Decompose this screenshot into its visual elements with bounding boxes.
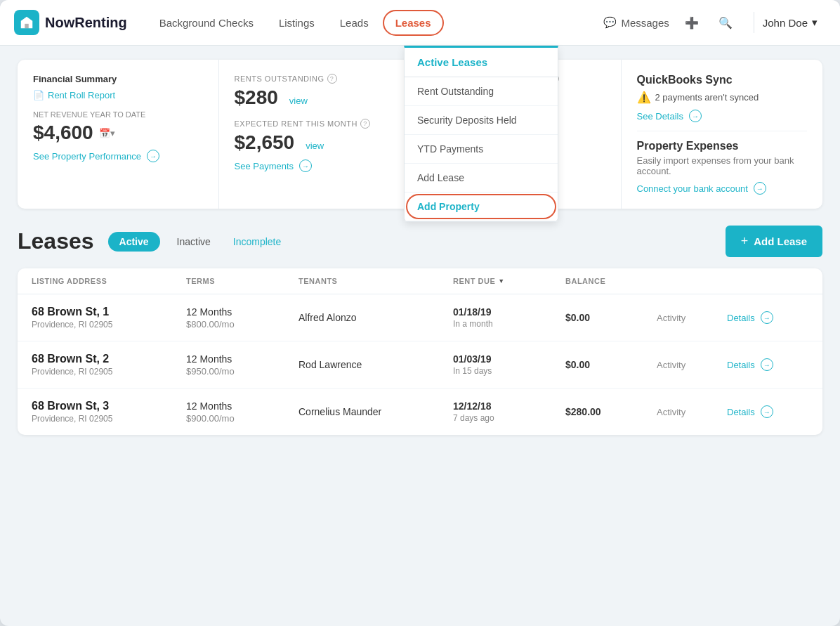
dropdown-security-deposits[interactable]: Security Deposits Held xyxy=(405,106,558,135)
property-expenses-desc: Easily import expenses from your bank ac… xyxy=(637,155,808,176)
dropdown-add-lease[interactable]: Add Lease xyxy=(405,164,558,193)
cell-balance-1: $0.00 xyxy=(565,312,657,323)
add-lease-button[interactable]: + Add Lease xyxy=(726,226,822,257)
header-right: 💬 Messages ➕ 🔍 John Doe ▾ xyxy=(603,11,826,34)
dropdown-active-leases[interactable]: Active Leases xyxy=(405,48,558,77)
terms-main-1: 12 Months xyxy=(186,306,298,318)
table-row: 68 Brown St, 3 Providence, RI 02905 12 M… xyxy=(18,389,822,435)
rent-due-main-3: 12/12/18 xyxy=(453,400,565,412)
svg-rect-0 xyxy=(25,24,29,28)
user-name: John Doe xyxy=(763,17,808,29)
address-main-2: 68 Brown St, 2 xyxy=(32,353,186,365)
activity-button-2[interactable]: Activity xyxy=(657,360,727,370)
see-payments-link[interactable]: See Payments → xyxy=(235,159,405,172)
address-main-3: 68 Brown St, 3 xyxy=(32,400,186,412)
cell-rent-due-3: 12/12/18 7 days ago xyxy=(453,400,565,423)
details-arrow-icon: → xyxy=(689,110,702,122)
search-icon-button[interactable]: 🔍 xyxy=(714,11,737,34)
add-icon-button[interactable]: ➕ xyxy=(681,11,703,34)
cell-rent-due-2: 01/03/19 In 15 days xyxy=(453,353,565,376)
address-sub-2: Providence, RI 02905 xyxy=(32,367,186,377)
net-revenue-value: $4,600 xyxy=(33,122,93,144)
rent-due-main-2: 01/03/19 xyxy=(453,353,565,365)
cell-terms-3: 12 Months $900.00/mo xyxy=(186,400,298,424)
cell-rent-due-1: 01/18/19 In a month xyxy=(453,306,565,329)
nav-background-checks[interactable]: Background Checks xyxy=(148,11,265,34)
cell-terms-1: 12 Months $800.00/mo xyxy=(186,306,298,330)
activity-button-3[interactable]: Activity xyxy=(657,407,727,417)
nav-listings[interactable]: Listings xyxy=(268,11,326,34)
details-button-1[interactable]: Details → xyxy=(727,311,811,324)
help-icon[interactable]: ? xyxy=(327,74,337,84)
logo[interactable]: NowRenting xyxy=(14,10,127,35)
cell-balance-2: $0.00 xyxy=(565,359,657,370)
sort-arrow-icon: ▼ xyxy=(498,278,504,285)
cell-terms-2: 12 Months $950.00/mo xyxy=(186,353,298,377)
rent-roll-report-link[interactable]: 📄 Rent Roll Report xyxy=(33,90,203,100)
table-row: 68 Brown St, 1 Providence, RI 02905 12 M… xyxy=(18,294,822,341)
app-window: NowRenting Background Checks Listings Le… xyxy=(0,0,840,626)
expected-rent-label: EXPECTED RENT THIS MONTH ? xyxy=(235,119,405,129)
messages-button[interactable]: 💬 Messages xyxy=(603,16,669,29)
cell-address-2: 68 Brown St, 2 Providence, RI 02905 xyxy=(32,353,186,377)
payments-arrow-icon: → xyxy=(299,159,312,172)
leases-table: LISTING ADDRESS TERMS TENANTS RENT DUE ▼… xyxy=(18,268,822,435)
terms-sub-2: $950.00/mo xyxy=(186,366,298,377)
address-sub-3: Providence, RI 02905 xyxy=(32,414,186,424)
details-button-2[interactable]: Details → xyxy=(727,358,811,371)
messages-label: Messages xyxy=(621,17,669,29)
terms-main-3: 12 Months xyxy=(186,400,298,412)
table-header: LISTING ADDRESS TERMS TENANTS RENT DUE ▼… xyxy=(18,268,822,294)
address-main-1: 68 Brown St, 1 xyxy=(32,306,186,318)
nav-leases[interactable]: Leases xyxy=(383,10,444,36)
rent-due-sub-2: In 15 days xyxy=(453,366,565,376)
rent-due-main-1: 01/18/19 xyxy=(453,306,565,318)
rents-view-link[interactable]: view xyxy=(289,96,308,106)
nav-leads[interactable]: Leads xyxy=(329,11,380,34)
bank-arrow-icon: → xyxy=(754,182,766,195)
tab-active[interactable]: Active xyxy=(108,232,160,252)
tab-inactive[interactable]: Inactive xyxy=(171,232,216,252)
cell-balance-3: $280.00 xyxy=(565,406,657,417)
logo-text: NowRenting xyxy=(45,15,127,31)
th-activity xyxy=(657,277,727,285)
financial-summary-card: Financial Summary 📄 Rent Roll Report NET… xyxy=(18,60,219,209)
activity-button-1[interactable]: Activity xyxy=(657,313,727,323)
cell-tenant-2: Rod Lawrence xyxy=(298,359,453,370)
leases-header: Leases Active Inactive Incomplete + Add … xyxy=(18,226,822,257)
see-details-link[interactable]: See Details → xyxy=(637,110,808,122)
financial-title: Financial Summary xyxy=(33,74,203,84)
dropdown-rent-outstanding[interactable]: Rent Outstanding xyxy=(405,77,558,106)
logo-icon xyxy=(14,10,39,35)
calendar-icon[interactable]: 📅▾ xyxy=(99,128,115,138)
main-nav: Background Checks Listings Leads Leases xyxy=(148,10,604,36)
dropdown-ytd-payments[interactable]: YTD Payments xyxy=(405,135,558,164)
terms-main-2: 12 Months xyxy=(186,353,298,365)
tab-incomplete[interactable]: Incomplete xyxy=(228,232,287,252)
quickbooks-card: QuickBooks Sync ⚠️ 2 payments aren't syn… xyxy=(622,60,823,209)
rent-due-sub-1: In a month xyxy=(453,319,565,329)
quickbooks-warning: ⚠️ 2 payments aren't synced xyxy=(637,91,808,104)
expected-help-icon[interactable]: ? xyxy=(360,119,370,129)
leases-title: Leases xyxy=(18,228,94,254)
details-arrow-3: → xyxy=(761,405,773,418)
details-button-3[interactable]: Details → xyxy=(727,405,811,418)
th-rent-due[interactable]: RENT DUE ▼ xyxy=(453,277,565,285)
document-icon: 📄 xyxy=(33,90,44,100)
cell-address-1: 68 Brown St, 1 Providence, RI 02905 xyxy=(32,306,186,330)
property-expenses-title: Property Expenses xyxy=(637,140,808,152)
connect-bank-link[interactable]: Connect your bank account → xyxy=(637,182,808,195)
user-menu[interactable]: John Doe ▾ xyxy=(754,12,826,33)
quickbooks-title: QuickBooks Sync xyxy=(637,74,808,86)
net-revenue-label: NET REVENUE YEAR TO DATE xyxy=(33,110,203,119)
see-property-performance-link[interactable]: See Property Performance → xyxy=(33,150,203,162)
messages-icon: 💬 xyxy=(603,16,617,29)
plus-icon: + xyxy=(741,234,749,249)
rents-outstanding-value: $280 xyxy=(235,86,278,109)
expected-view-link[interactable]: view xyxy=(306,141,324,151)
dropdown-add-property[interactable]: Add Property xyxy=(405,193,558,221)
leases-dropdown: Active Leases Rent Outstanding Security … xyxy=(404,46,558,222)
details-arrow-1: → xyxy=(761,311,773,324)
cell-tenant-3: Cornelius Maunder xyxy=(298,406,453,417)
th-terms: TERMS xyxy=(186,277,298,285)
